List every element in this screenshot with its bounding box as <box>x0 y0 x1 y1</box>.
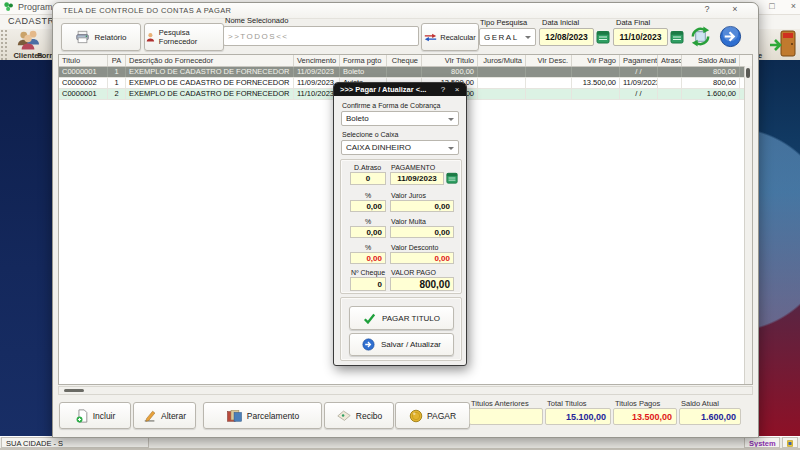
column-header[interactable]: Atraso <box>658 55 682 66</box>
recibo-button[interactable]: Recibo <box>324 402 394 429</box>
blue-arrow-icon <box>719 25 742 48</box>
delay-days-label: D.Atraso <box>354 164 381 171</box>
column-header[interactable]: Forma pgto <box>340 55 387 66</box>
toolbar-item-exit[interactable] <box>766 30 800 58</box>
refresh-button[interactable] <box>689 25 712 48</box>
column-header[interactable]: Vlr Pago <box>572 55 620 66</box>
payment-date-field[interactable]: 11/09/2023 <box>390 172 444 185</box>
table-cell <box>572 89 620 99</box>
column-header[interactable]: Cheque <box>387 55 422 66</box>
table-cell <box>478 89 526 99</box>
total-titulos-label: Total Titulos <box>547 399 587 408</box>
end-date-field[interactable]: 11/10/2023 <box>613 28 668 46</box>
alterar-button[interactable]: Alterar <box>133 402 196 429</box>
check-number-field[interactable]: 0 <box>350 277 386 291</box>
table-cell: 1.600,00 <box>682 89 740 99</box>
window-help-button[interactable]: ? <box>700 4 714 14</box>
fine-pct-field[interactable]: 0,00 <box>350 226 386 238</box>
start-date-calendar-icon[interactable] <box>596 30 610 44</box>
parcelamento-button[interactable]: Parcelamento <box>203 402 322 429</box>
horizontal-scroll-thumb[interactable] <box>64 389 84 392</box>
save-update-button[interactable]: Salvar / Atualizar <box>349 333 454 356</box>
system-tray-icon[interactable] <box>782 437 798 448</box>
titulos-anteriores-label: Titulos Anteriores <box>471 399 529 408</box>
cashbox-select[interactable]: CAIXA DINHEIRO <box>341 140 459 155</box>
vertical-scroll-thumb[interactable] <box>746 68 750 78</box>
go-button[interactable] <box>719 25 742 48</box>
pagar-button[interactable]: PAGAR <box>395 402 470 429</box>
column-header[interactable]: Pagamento <box>620 55 658 66</box>
discount-value-field[interactable]: 0,00 <box>390 252 454 264</box>
table-cell: C0000002 <box>59 78 108 88</box>
table-cell: EXEMPLO DE CADASTRO DE FORNECEDOR <box>126 78 294 88</box>
desktop-wallpaper-right <box>757 60 800 437</box>
column-header[interactable]: Vencimento <box>294 55 340 66</box>
status-system: System <box>744 437 780 448</box>
bg-close-button[interactable]: × <box>791 1 796 11</box>
end-date-calendar-icon[interactable] <box>670 30 684 44</box>
search-type-label: Tipo Pesquisa <box>480 18 527 27</box>
table-cell: C0000001 <box>59 89 108 99</box>
billing-form-select[interactable]: Boleto <box>341 111 459 126</box>
table-vertical-scrollbar[interactable] <box>744 66 752 384</box>
table-cell <box>526 67 572 77</box>
fine-label: Valor Multa <box>391 218 426 225</box>
window-titlebar: TELA DE CONTROLE DO CONTAS A PAGAR ? × <box>53 3 758 19</box>
start-date-field[interactable]: 12/08/2023 <box>539 28 594 46</box>
incluir-button[interactable]: Incluir <box>59 402 131 429</box>
column-header[interactable]: PA <box>108 55 126 66</box>
table-cell <box>658 89 682 99</box>
recalculate-label: Recalcular <box>440 33 475 42</box>
recalculate-button[interactable]: Recalcular <box>421 23 479 51</box>
installments-icon <box>226 409 243 423</box>
clients-icon <box>13 30 43 52</box>
column-header[interactable]: Saldo Atual <box>682 55 740 66</box>
table-cell: 800,00 <box>682 78 740 88</box>
search-type-select[interactable]: GERAL <box>479 28 536 46</box>
interest-value-field[interactable]: 0,00 <box>390 200 454 212</box>
column-header[interactable]: Vlr Desc. <box>526 55 572 66</box>
desktop-wallpaper-left <box>0 60 52 437</box>
amount-paid-field[interactable]: 800,00 <box>390 277 454 291</box>
name-selected-label: Nome Selecionado <box>225 16 288 25</box>
fine-value-field[interactable]: 0,00 <box>390 226 454 238</box>
person-icon <box>145 31 156 44</box>
bg-restore-button[interactable]: □ <box>769 1 774 11</box>
check-number-label: Nº Cheque <box>351 269 385 276</box>
start-date-label: Data Inicial <box>542 18 579 27</box>
window-close-button[interactable]: × <box>728 4 742 14</box>
cashbox-label: Selecione o Caixa <box>342 131 398 138</box>
interest-pct-field[interactable]: 0,00 <box>350 200 386 212</box>
end-date-label: Data Final <box>616 18 650 27</box>
supplier-search-button[interactable]: Pesquisa Fornecedor <box>144 23 224 51</box>
table-row[interactable]: C00000011EXEMPLO DE CADASTRO DE FORNECED… <box>59 67 752 78</box>
saldo-atual-label: Saldo Atual <box>681 399 719 408</box>
dialog-help-button[interactable]: ? <box>438 85 448 94</box>
column-header[interactable]: Juros/Multa <box>478 55 526 66</box>
save-update-label: Salvar / Atualizar <box>381 340 441 349</box>
name-selected-field[interactable]: >>TODOS<< <box>223 26 419 46</box>
payment-fields-group: D.Atraso PAGAMENTO 0 11/09/2023 % Valor … <box>340 159 462 294</box>
pay-title-button[interactable]: PAGAR TITULO <box>349 306 454 330</box>
column-header[interactable]: Titulo <box>59 55 108 66</box>
screen: Programa C □ × CADASTROS Clientes Fornec… <box>0 0 800 450</box>
supplier-search-label: Pesquisa Fornecedor <box>159 28 223 46</box>
payment-date-calendar-icon[interactable] <box>446 172 458 184</box>
report-button[interactable]: Relatório <box>61 23 141 51</box>
table-header-row: TituloPADescrição do FornecedorVenciment… <box>59 55 752 67</box>
table-cell: EXEMPLO DE CADASTRO DE FORNECEDOR <box>126 89 294 99</box>
table-horizontal-scrollbar[interactable] <box>58 386 753 395</box>
discount-pct-field[interactable]: 0,00 <box>350 252 386 264</box>
dialog-titlebar: >>> Pagar / Atualizar <... ? × <box>334 83 466 96</box>
column-header[interactable]: Vlr Titulo <box>422 55 478 66</box>
pay-title-label: PAGAR TITULO <box>382 314 440 323</box>
table-cell: 11/09/2023 <box>294 67 340 77</box>
interest-label: Valor Juros <box>391 192 426 199</box>
app-logo-icon <box>3 0 14 16</box>
delay-days-field[interactable]: 0 <box>350 172 386 185</box>
table-cell: C0000001 <box>59 67 108 77</box>
exit-icon <box>768 30 798 58</box>
blue-arrow-icon <box>362 338 375 351</box>
dialog-close-button[interactable]: × <box>452 85 462 94</box>
column-header[interactable]: Descrição do Fornecedor <box>126 55 294 66</box>
